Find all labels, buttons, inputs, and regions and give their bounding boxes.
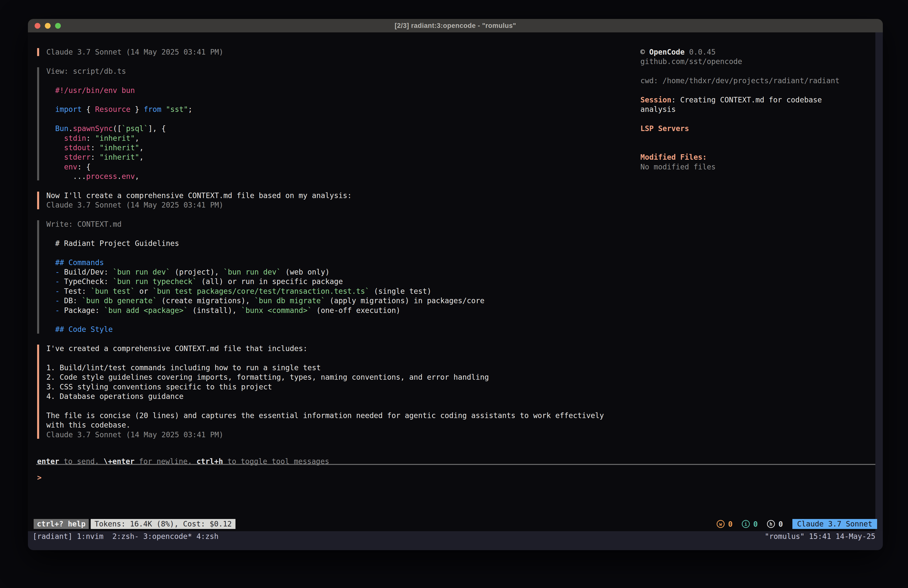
text-line: stdout: "inherit", <box>46 143 625 153</box>
text-line <box>46 76 625 85</box>
tmux-window-1[interactable]: 1:nvim <box>77 532 108 541</box>
text-line: - Package: `bun add <package>` (install)… <box>46 306 625 315</box>
desktop: { "colors": { "accent_salmon": "#f0a181"… <box>0 0 908 588</box>
info-counter: i 0 <box>742 520 758 528</box>
tmux-host-clock: "romulus" 15:41 14-May-25 <box>765 532 875 541</box>
close-button[interactable] <box>35 23 40 29</box>
tmux-window-3[interactable]: 3:opencode* <box>139 532 192 541</box>
model-badge[interactable]: Claude 3.7 Sonnet <box>792 519 877 529</box>
text-line: Modified Files: <box>641 153 874 162</box>
status-bar: ctrl+? help Tokens: 16.4K (8%), Cost: $0… <box>34 519 877 529</box>
window-titlebar[interactable]: [2/3] radiant:3:opencode - "romulus" <box>28 19 883 32</box>
text-line: import { Resource } from "sst"; <box>46 105 625 114</box>
text-line: Claude 3.7 Sonnet (14 May 2025 03:41 PM) <box>46 47 625 57</box>
text-line <box>641 134 874 143</box>
terminal-window: [2/3] radiant:3:opencode - "romulus" Cla… <box>28 19 883 550</box>
tmux-session-name: [radiant] <box>33 532 77 541</box>
warnings-counter: w 0 <box>716 520 733 528</box>
text-line <box>641 114 874 124</box>
text-line <box>641 143 874 153</box>
assistant-message-block: Now I'll create a comprehensive CONTEXT.… <box>37 191 625 210</box>
text-line: #!/usr/bin/env bun <box>46 86 625 95</box>
text-line: 2. Code style guidelines covering import… <box>46 372 625 382</box>
tool-view-block: View: script/db.ts #!/usr/bin/env bun im… <box>37 66 625 181</box>
diagnostics-group: w 0 i 0 h 0 <box>716 520 783 528</box>
terminal-right-gutter <box>875 32 883 531</box>
text-line <box>46 315 625 325</box>
text-line: © OpenCode 0.0.45 <box>641 47 874 57</box>
prompt-caret-icon: > <box>37 474 42 482</box>
text-line: 1. Build/lint/test commands including ho… <box>46 363 625 372</box>
text-line: stderr: "inherit", <box>46 153 625 162</box>
text-line: View: script/db.ts <box>46 66 625 76</box>
tmux-window-2[interactable]: 2:zsh- <box>108 532 139 541</box>
text-line: Now I'll create a comprehensive CONTEXT.… <box>46 191 625 200</box>
text-line <box>46 354 625 363</box>
info-icon: i <box>742 520 750 528</box>
hints-counter: h 0 <box>767 520 783 528</box>
traffic-lights <box>35 19 61 32</box>
text-line: stdin: "inherit", <box>46 134 625 143</box>
text-line: analysis <box>641 105 874 114</box>
input-divider <box>36 464 875 465</box>
zoom-button[interactable] <box>55 23 61 29</box>
minimize-button[interactable] <box>45 23 51 29</box>
text-line: - DB: `bun db generate` (create migratio… <box>46 296 625 306</box>
info-count: 0 <box>753 520 758 528</box>
text-line <box>46 114 625 124</box>
text-line: - TypeCheck: `bun run typecheck` (all) o… <box>46 277 625 286</box>
text-line <box>46 95 625 105</box>
text-line: LSP Servers <box>641 124 874 133</box>
text-line: 3. CSS styling conventions specific to t… <box>46 382 625 391</box>
text-line: No modified files <box>641 162 874 172</box>
assistant-result-block: I've created a comprehensive CONTEXT.md … <box>37 344 625 440</box>
tmux-window-4[interactable]: 4:zsh <box>192 532 219 541</box>
text-line <box>641 66 874 76</box>
warning-icon: w <box>716 520 724 528</box>
text-line: Claude 3.7 Sonnet (14 May 2025 03:41 PM) <box>46 430 625 440</box>
session-sidebar: © OpenCode 0.0.45github.com/sst/opencode… <box>641 47 874 172</box>
text-line: github.com/sst/opencode <box>641 57 874 66</box>
tmux-status-bar: [radiant] 1:nvim 2:zsh- 3:opencode* 4:zs… <box>28 531 883 550</box>
text-line: Claude 3.7 Sonnet (14 May 2025 03:41 PM) <box>46 200 625 210</box>
text-line: - Test: `bun test` or `bun test packages… <box>46 287 625 296</box>
tokens-cost-chip: Tokens: 16.4K (8%), Cost: $0.12 <box>91 519 235 529</box>
text-line: I've created a comprehensive CONTEXT.md … <box>46 344 625 353</box>
window-title: [2/3] radiant:3:opencode - "romulus" <box>395 22 516 30</box>
hint-count: 0 <box>778 520 783 528</box>
text-line: Write: CONTEXT.md <box>46 219 625 229</box>
text-line: - Build/Dev: `bun run dev` (project), `b… <box>46 267 625 277</box>
text-line <box>46 401 625 411</box>
text-line <box>641 86 874 95</box>
hint-icon: h <box>767 520 775 528</box>
text-line: Session: Creating CONTEXT.md for codebas… <box>641 95 874 105</box>
text-line: The file is concise (20 lines) and captu… <box>46 411 625 420</box>
text-line: 4. Database operations guidance <box>46 391 625 401</box>
warning-count: 0 <box>728 520 733 528</box>
text-line <box>46 229 625 238</box>
help-chip: ctrl+? help <box>34 519 89 529</box>
prompt-input[interactable]: > <box>37 473 42 482</box>
text-line: env: { <box>46 162 625 172</box>
text-line: ...process.env, <box>46 172 625 181</box>
text-line: cwd: /home/thdxr/dev/projects/radiant/ra… <box>641 76 874 85</box>
text-line: # Radiant Project Guidelines <box>46 239 625 248</box>
text-line: ## Code Style <box>46 325 625 334</box>
text-line <box>46 248 625 258</box>
tool-write-block: Write: CONTEXT.md # Radiant Project Guid… <box>37 219 625 334</box>
text-line: Bun.spawnSync([`psql`], { <box>46 124 625 133</box>
message-meta-block: Claude 3.7 Sonnet (14 May 2025 03:41 PM) <box>37 47 625 57</box>
text-line: ## Commands <box>46 258 625 267</box>
text-line: with this codebase. <box>46 420 625 430</box>
chat-transcript: Claude 3.7 Sonnet (14 May 2025 03:41 PM)… <box>37 47 625 449</box>
